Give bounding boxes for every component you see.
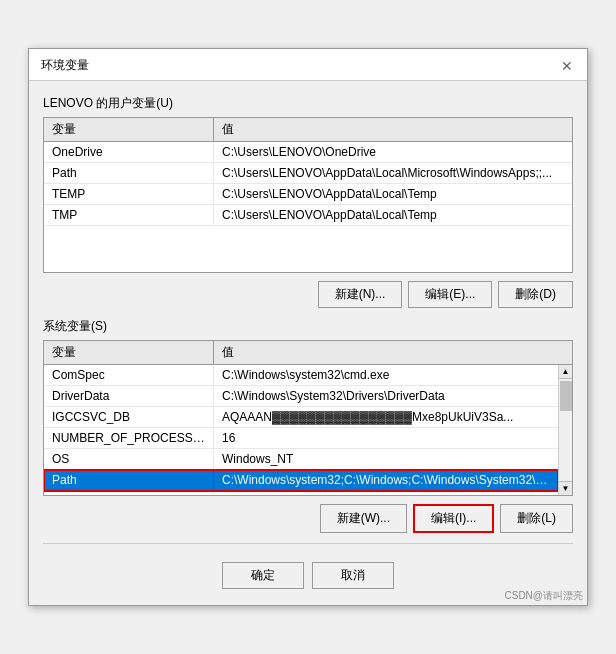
sys-edit-button[interactable]: 编辑(I)... xyxy=(413,504,494,533)
sys-row-5-var: Path xyxy=(44,470,214,490)
user-row-1-var: Path xyxy=(44,163,214,183)
user-delete-button[interactable]: 删除(D) xyxy=(498,281,573,308)
user-row-0-var: OneDrive xyxy=(44,142,214,162)
title-bar: 环境变量 ✕ xyxy=(29,49,587,81)
scrollbar[interactable]: ▲ ▼ xyxy=(558,365,572,495)
table-row[interactable]: TEMP C:\Users\LENOVO\AppData\Local\Temp xyxy=(44,184,572,205)
sys-row-3-val: 16 xyxy=(214,428,558,448)
user-buttons-row: 新建(N)... 编辑(E)... 删除(D) xyxy=(43,281,573,308)
user-col-var-header: 变量 xyxy=(44,118,214,141)
sys-row-2-var: IGCCSVC_DB xyxy=(44,407,214,427)
table-row[interactable]: OS Windows_NT xyxy=(44,449,558,470)
sys-col-val-header: 值 xyxy=(214,341,572,364)
sys-row-0-val: C:\Windows\system32\cmd.exe xyxy=(214,365,558,385)
user-row-0-val: C:\Users\LENOVO\OneDrive xyxy=(214,142,572,162)
user-row-2-val: C:\Users\LENOVO\AppData\Local\Temp xyxy=(214,184,572,204)
table-row[interactable]: ComSpec C:\Windows\system32\cmd.exe xyxy=(44,365,558,386)
user-row-2-var: TEMP xyxy=(44,184,214,204)
sys-row-3-var: NUMBER_OF_PROCESSORS xyxy=(44,428,214,448)
watermark: CSDN@请叫漂亮 xyxy=(505,589,584,603)
sys-new-button[interactable]: 新建(W)... xyxy=(320,504,407,533)
sys-col-var-header: 变量 xyxy=(44,341,214,364)
sys-row-2-val: AQAAAN▓▓▓▓▓▓▓▓▓▓▓▓▓▓▓▓Mxe8pUkUiV3Sa... xyxy=(214,407,558,427)
table-row[interactable]: NUMBER_OF_PROCESSORS 16 xyxy=(44,428,558,449)
sys-table-header: 变量 值 xyxy=(44,341,572,365)
sys-delete-button[interactable]: 删除(L) xyxy=(500,504,573,533)
environment-variables-dialog: 环境变量 ✕ LENOVO 的用户变量(U) 变量 值 OneDrive C:\… xyxy=(28,48,588,606)
sys-row-4-val: Windows_NT xyxy=(214,449,558,469)
user-table-header: 变量 值 xyxy=(44,118,572,142)
user-variables-table: 变量 值 OneDrive C:\Users\LENOVO\OneDrive P… xyxy=(43,117,573,273)
sys-row-1-var: DriverData xyxy=(44,386,214,406)
table-row[interactable]: IGCCSVC_DB AQAAAN▓▓▓▓▓▓▓▓▓▓▓▓▓▓▓▓Mxe8pUk… xyxy=(44,407,558,428)
table-row[interactable]: Path C:\Users\LENOVO\AppData\Local\Micro… xyxy=(44,163,572,184)
confirm-button[interactable]: 确定 xyxy=(222,562,304,589)
sys-row-6-val: .▓▓▓;.BAT;.VBS;.VBE ▓ .WSF;.WSH;.MSC xyxy=(214,491,558,495)
sys-row-1-val: C:\Windows\System32\Drivers\DriverData xyxy=(214,386,558,406)
scroll-up-button[interactable]: ▲ xyxy=(559,365,573,379)
cancel-button[interactable]: 取消 xyxy=(312,562,394,589)
user-table-body: OneDrive C:\Users\LENOVO\OneDrive Path C… xyxy=(44,142,572,272)
dialog-content: LENOVO 的用户变量(U) 变量 值 OneDrive C:\Users\L… xyxy=(29,81,587,605)
sys-path-row[interactable]: Path C:\Windows\system32;C:\Windows;C:\W… xyxy=(44,470,558,491)
scroll-down-button[interactable]: ▼ xyxy=(559,481,573,495)
table-row[interactable]: PATHEXT .▓▓▓;.BAT;.VBS;.VBE ▓ .WSF;.WSH;… xyxy=(44,491,558,495)
user-edit-button[interactable]: 编辑(E)... xyxy=(408,281,492,308)
sys-row-0-var: ComSpec xyxy=(44,365,214,385)
user-row-3-var: TMP xyxy=(44,205,214,225)
sys-section-label: 系统变量(S) xyxy=(43,318,573,335)
bottom-buttons-row: 确定 取消 xyxy=(43,554,573,595)
user-col-val-header: 值 xyxy=(214,118,572,141)
user-row-1-val: C:\Users\LENOVO\AppData\Local\Microsoft\… xyxy=(214,163,572,183)
sys-row-6-var: PATHEXT xyxy=(44,491,214,495)
close-button[interactable]: ✕ xyxy=(559,58,575,74)
user-new-button[interactable]: 新建(N)... xyxy=(318,281,403,308)
sys-buttons-row: 新建(W)... 编辑(I)... 删除(L) xyxy=(43,504,573,533)
dialog-title: 环境变量 xyxy=(41,57,89,74)
sys-row-5-val: C:\Windows\system32;C:\Windows;C:\Window… xyxy=(214,470,558,490)
table-row[interactable]: TMP C:\Users\LENOVO\AppData\Local\Temp xyxy=(44,205,572,226)
table-row[interactable]: DriverData C:\Windows\System32\Drivers\D… xyxy=(44,386,558,407)
sys-row-4-var: OS xyxy=(44,449,214,469)
sys-table-body: ComSpec C:\Windows\system32\cmd.exe Driv… xyxy=(44,365,572,495)
user-row-3-val: C:\Users\LENOVO\AppData\Local\Temp xyxy=(214,205,572,225)
divider xyxy=(43,543,573,544)
sys-variables-table: 变量 值 ComSpec C:\Windows\system32\cmd.exe… xyxy=(43,340,573,496)
user-section-label: LENOVO 的用户变量(U) xyxy=(43,95,573,112)
table-row[interactable]: OneDrive C:\Users\LENOVO\OneDrive xyxy=(44,142,572,163)
scroll-thumb xyxy=(560,381,572,411)
